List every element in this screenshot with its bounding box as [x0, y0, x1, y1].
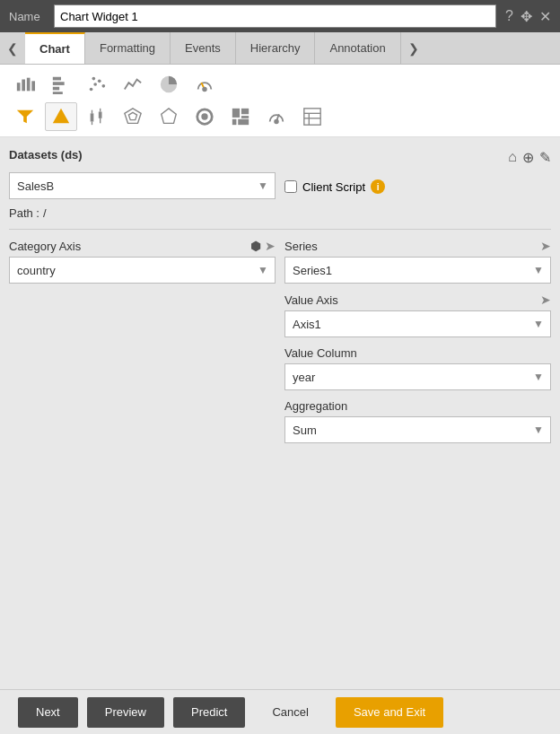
- treemap-icon[interactable]: [224, 102, 257, 131]
- category-axis-label: Category Axis: [9, 240, 81, 253]
- tab-arrow-left[interactable]: ❮: [0, 32, 25, 64]
- svg-rect-29: [241, 109, 249, 114]
- move-icon[interactable]: ✥: [521, 8, 532, 25]
- svg-rect-0: [17, 83, 21, 91]
- pentagon-icon[interactable]: [153, 102, 185, 131]
- svg-marker-24: [128, 112, 136, 119]
- aggregation-select[interactable]: Sum Count Average Min Max: [284, 416, 551, 443]
- svg-point-10: [98, 80, 101, 83]
- donut-icon[interactable]: [188, 102, 221, 131]
- axis-series-row: Category Axis ⬢ ➤ country ▼ Series: [9, 239, 551, 452]
- value-axis-label: Value Axis: [284, 293, 338, 307]
- aggregation-select-wrapper: Sum Count Average Min Max ▼: [284, 416, 551, 443]
- datasets-select-wrapper: SalesB ▼: [9, 172, 276, 199]
- title-bar: Name ? ✥ ✕: [0, 0, 560, 32]
- datasets-select[interactable]: SalesB: [9, 172, 276, 199]
- help-icon[interactable]: ?: [505, 8, 513, 24]
- category-axis-nav-icon[interactable]: ➤: [265, 239, 276, 253]
- value-axis-select-wrapper: Axis1 ▼: [284, 310, 551, 337]
- svg-rect-17: [91, 113, 94, 121]
- svg-rect-2: [27, 78, 31, 92]
- table-icon[interactable]: [296, 102, 328, 131]
- client-script-info-icon[interactable]: i: [371, 179, 385, 194]
- svg-rect-1: [22, 80, 25, 92]
- horizontal-bar-icon[interactable]: [45, 70, 77, 99]
- edit-dataset-icon[interactable]: ✎: [539, 149, 551, 166]
- series-label: Series: [284, 240, 318, 253]
- value-column-header: Value Column: [284, 346, 551, 360]
- save-exit-button[interactable]: Save and Exit: [336, 697, 443, 728]
- category-axis-select[interactable]: country: [9, 257, 276, 284]
- main-content: Datasets (ds) ⌂ ⊕ ✎ SalesB ▼ Path : / Cl…: [0, 137, 560, 689]
- series-col: Series ➤ Series1 ▼ Value Axis ➤: [284, 239, 551, 452]
- client-script-row: Client Script i: [284, 179, 551, 194]
- tab-events[interactable]: Events: [171, 32, 236, 64]
- filter-icon[interactable]: [9, 102, 41, 131]
- gauge2-icon[interactable]: [260, 102, 293, 131]
- svg-rect-30: [232, 119, 237, 125]
- cancel-button[interactable]: Cancel: [254, 697, 326, 728]
- svg-marker-23: [125, 109, 141, 123]
- radar-icon[interactable]: [117, 102, 149, 131]
- value-column-section: Value Column year ▼: [284, 346, 551, 390]
- svg-marker-15: [17, 110, 33, 124]
- area-chart-icon[interactable]: [117, 70, 149, 99]
- svg-rect-31: [238, 119, 249, 125]
- svg-rect-32: [241, 116, 249, 118]
- svg-point-9: [93, 83, 97, 86]
- series-select[interactable]: Series1: [284, 257, 551, 284]
- svg-rect-7: [53, 92, 63, 94]
- title-bar-icons: ? ✥ ✕: [505, 8, 551, 25]
- cluster-icon[interactable]: ⬢: [250, 239, 261, 253]
- category-axis-icons: ⬢ ➤: [250, 239, 276, 253]
- series-section: Series ➤ Series1 ▼: [284, 239, 551, 284]
- datasets-header: Datasets (ds) ⌂ ⊕ ✎: [9, 148, 551, 167]
- pie-chart-icon[interactable]: [153, 70, 185, 99]
- tab-formatting[interactable]: Formatting: [85, 32, 171, 64]
- svg-point-27: [201, 113, 207, 119]
- predict-button[interactable]: Predict: [173, 697, 245, 728]
- value-column-select-wrapper: year ▼: [284, 363, 551, 390]
- path-label: Path :: [9, 206, 39, 220]
- tab-chart[interactable]: Chart: [25, 32, 85, 64]
- value-axis-header: Value Axis ➤: [284, 293, 551, 307]
- bar-chart-icon[interactable]: [9, 70, 41, 99]
- series-select-wrapper: Series1 ▼: [284, 257, 551, 284]
- next-button[interactable]: Next: [18, 697, 78, 728]
- value-column-label: Value Column: [284, 346, 357, 360]
- scatter-chart-icon[interactable]: [81, 70, 113, 99]
- client-script-label: Client Script: [302, 180, 365, 194]
- svg-marker-16: [53, 109, 69, 123]
- pyramid-icon[interactable]: [45, 102, 77, 131]
- svg-point-14: [203, 88, 206, 92]
- candlestick-icon[interactable]: [81, 102, 113, 131]
- value-axis-nav-icon[interactable]: ➤: [540, 293, 551, 307]
- tab-arrow-right[interactable]: ❯: [401, 32, 426, 64]
- aggregation-label: Aggregation: [284, 399, 347, 413]
- datasets-row: SalesB ▼ Path : / Client Script i: [9, 172, 551, 220]
- tab-annotation[interactable]: Annotation: [315, 32, 400, 64]
- svg-point-12: [92, 77, 96, 81]
- chart-options-row: [9, 102, 551, 131]
- home-icon[interactable]: ⌂: [508, 149, 517, 166]
- svg-point-11: [102, 84, 106, 88]
- svg-marker-25: [162, 109, 177, 123]
- preview-button[interactable]: Preview: [87, 697, 164, 728]
- add-dataset-icon[interactable]: ⊕: [522, 149, 534, 166]
- aggregation-section: Aggregation Sum Count Average Min Max ▼: [284, 399, 551, 443]
- path-value: /: [43, 206, 47, 220]
- client-script-checkbox[interactable]: [284, 180, 297, 193]
- gauge-chart-icon[interactable]: [188, 70, 221, 99]
- tab-bar: ❮ Chart Formatting Events Hierarchy Anno…: [0, 32, 560, 65]
- close-icon[interactable]: ✕: [539, 8, 551, 25]
- name-label: Name: [9, 10, 45, 23]
- tab-hierarchy[interactable]: Hierarchy: [236, 32, 316, 64]
- svg-rect-28: [232, 109, 240, 118]
- svg-rect-4: [53, 77, 61, 81]
- value-column-select[interactable]: year: [284, 363, 551, 390]
- value-axis-select[interactable]: Axis1: [284, 310, 551, 337]
- divider-1: [9, 229, 551, 230]
- svg-point-34: [275, 120, 278, 124]
- series-nav-icon[interactable]: ➤: [540, 239, 551, 253]
- widget-name-input[interactable]: [54, 4, 496, 28]
